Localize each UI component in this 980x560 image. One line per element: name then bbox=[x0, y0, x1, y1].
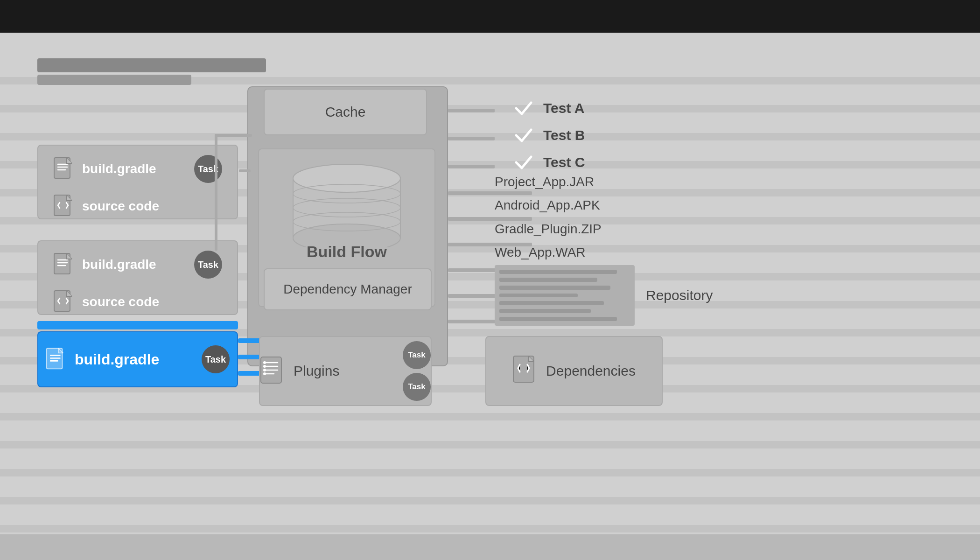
test-item-a: Test A bbox=[513, 98, 585, 119]
header-bar-2 bbox=[37, 75, 191, 85]
gradle-label-3: build.gradle bbox=[75, 351, 159, 368]
test-item-c: Test C bbox=[513, 152, 585, 173]
connector-r3 bbox=[448, 165, 495, 168]
plugins-tasks: Task Task bbox=[403, 341, 431, 401]
task-badge-2: Task bbox=[194, 251, 222, 279]
module-box-2: build.gradle Task source code bbox=[37, 240, 238, 315]
output-apk: Android_App.APK bbox=[495, 194, 602, 217]
module-box-3: build.gradle Task bbox=[37, 331, 238, 387]
svg-point-13 bbox=[263, 365, 266, 368]
source-label-2: source code bbox=[82, 294, 159, 309]
deps-label: Dependencies bbox=[546, 363, 636, 379]
output-zip: Gradle_Plugin.ZIP bbox=[495, 217, 602, 241]
connector-m1-v bbox=[215, 134, 217, 251]
svg-point-12 bbox=[263, 361, 266, 364]
build-flow-label: Build Flow bbox=[307, 243, 387, 261]
output-files: Project_App.JAR Android_App.APK Gradle_P… bbox=[495, 170, 602, 265]
db-cylinder bbox=[284, 159, 410, 247]
gradle-file-icon-3 bbox=[46, 347, 66, 371]
gradle-file-icon-2 bbox=[53, 252, 74, 277]
source-file-icon-1 bbox=[53, 194, 74, 218]
connector-r2 bbox=[448, 137, 495, 140]
file-item-gradle-2: build.gradle Task bbox=[46, 247, 230, 282]
main-area: build.gradle Task source code bbox=[0, 33, 980, 560]
cache-label: Cache bbox=[325, 104, 366, 120]
plugin-task-1: Task bbox=[403, 341, 431, 369]
test-b-label: Test B bbox=[543, 127, 585, 143]
connector-m1-h2 bbox=[215, 134, 252, 137]
source-label-1: source code bbox=[82, 199, 159, 214]
gradle-file-icon-1 bbox=[53, 157, 74, 181]
dep-manager-box: Dependency Manager bbox=[264, 268, 432, 310]
check-b-icon bbox=[513, 125, 534, 146]
deps-box: Dependencies bbox=[485, 336, 663, 406]
svg-point-6 bbox=[293, 164, 400, 192]
test-item-b: Test B bbox=[513, 125, 585, 146]
repo-label: Repository bbox=[646, 287, 713, 303]
file-item-gradle-1: build.gradle Task bbox=[46, 151, 230, 187]
file-item-source-1: source code bbox=[46, 190, 230, 222]
gradle-label-2: build.gradle bbox=[82, 257, 156, 272]
deps-icon bbox=[512, 355, 539, 387]
test-a-label: Test A bbox=[543, 100, 584, 116]
top-bar bbox=[0, 0, 980, 33]
module-box-1: build.gradle Task source code bbox=[37, 145, 238, 219]
svg-point-15 bbox=[263, 372, 266, 375]
connector-m1 bbox=[239, 169, 251, 172]
check-a-icon bbox=[513, 98, 534, 119]
task-badge-3: Task bbox=[202, 345, 230, 373]
connector-r1 bbox=[448, 109, 495, 112]
repo-section: Repository bbox=[495, 265, 713, 326]
test-section: Test A Test B Test C bbox=[513, 98, 585, 179]
output-war: Web_App.WAR bbox=[495, 241, 602, 264]
plugin-task-2: Task bbox=[403, 373, 431, 401]
source-file-icon-2 bbox=[53, 290, 74, 314]
test-c-label: Test C bbox=[543, 154, 585, 170]
plugins-box: Plugins Task Task bbox=[259, 336, 432, 406]
task-badge-1: Task bbox=[194, 155, 222, 183]
check-c-icon bbox=[513, 152, 534, 173]
svg-point-14 bbox=[263, 369, 266, 371]
bottom-bar bbox=[0, 534, 980, 560]
cache-box: Cache bbox=[264, 89, 427, 135]
blue-top-bar bbox=[37, 321, 238, 329]
repo-visual bbox=[495, 265, 635, 326]
header-bar-1 bbox=[37, 58, 266, 72]
gradle-label-1: build.gradle bbox=[82, 161, 156, 176]
plugins-icon bbox=[260, 356, 286, 386]
output-jar: Project_App.JAR bbox=[495, 170, 602, 194]
file-item-source-2: source code bbox=[46, 286, 230, 318]
dep-manager-label: Dependency Manager bbox=[283, 282, 412, 297]
plugins-label: Plugins bbox=[294, 363, 395, 379]
